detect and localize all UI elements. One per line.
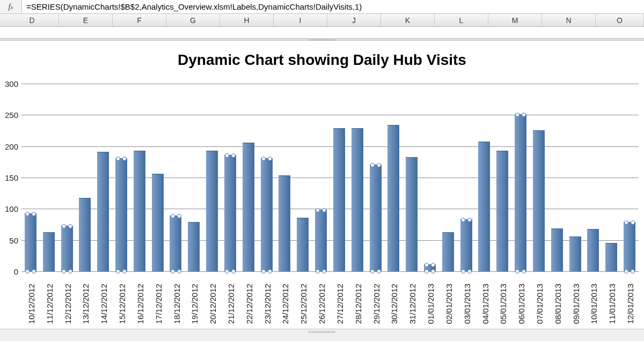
data-bar[interactable] bbox=[224, 155, 236, 271]
data-bar[interactable] bbox=[206, 151, 218, 271]
data-bar[interactable] bbox=[97, 152, 109, 271]
data-bar[interactable] bbox=[297, 218, 309, 271]
selection-handle-icon[interactable] bbox=[68, 269, 72, 274]
selection-handle-icon[interactable] bbox=[467, 269, 472, 274]
data-bar[interactable] bbox=[315, 210, 327, 271]
x-tick-label: 05/01/2013 bbox=[499, 284, 508, 324]
selection-handle-icon[interactable] bbox=[322, 269, 326, 274]
data-bar[interactable] bbox=[551, 228, 563, 271]
selection-handle-icon[interactable] bbox=[261, 157, 266, 161]
data-bar[interactable] bbox=[170, 216, 181, 271]
selection-handle-icon[interactable] bbox=[177, 269, 181, 274]
selection-handle-icon[interactable] bbox=[631, 269, 635, 274]
selection-handle-icon[interactable] bbox=[116, 269, 120, 274]
data-bar[interactable] bbox=[387, 125, 399, 271]
selection-handle-icon[interactable] bbox=[62, 224, 66, 228]
selection-handle-icon[interactable] bbox=[467, 218, 472, 222]
bar-slot bbox=[276, 175, 294, 272]
data-bar[interactable] bbox=[79, 198, 91, 272]
selection-handle-icon[interactable] bbox=[62, 269, 66, 274]
selection-handle-icon[interactable] bbox=[461, 218, 465, 222]
data-bar[interactable] bbox=[61, 226, 73, 271]
x-tick-label: 23/12/2012 bbox=[263, 284, 272, 324]
column-header[interactable]: M bbox=[488, 14, 542, 26]
selection-handle-icon[interactable] bbox=[116, 157, 120, 161]
bar-slot bbox=[58, 226, 76, 271]
fx-label: fx bbox=[8, 2, 13, 11]
selection-handle-icon[interactable] bbox=[431, 269, 435, 274]
column-header[interactable]: I bbox=[274, 14, 327, 26]
column-header[interactable]: L bbox=[435, 14, 488, 26]
bar-slot bbox=[330, 128, 348, 271]
selection-handle-icon[interactable] bbox=[522, 269, 526, 274]
selection-handle-icon[interactable] bbox=[261, 269, 266, 274]
data-bar[interactable] bbox=[515, 114, 526, 271]
data-bar[interactable] bbox=[243, 143, 254, 271]
data-bar[interactable] bbox=[279, 175, 290, 272]
selection-handle-icon[interactable] bbox=[377, 269, 381, 274]
selection-handle-icon[interactable] bbox=[624, 269, 628, 274]
data-bar[interactable] bbox=[25, 213, 36, 271]
chart-area[interactable]: Dynamic Chart showing Daily Hub Visits 0… bbox=[0, 41, 644, 341]
data-bar[interactable] bbox=[43, 232, 55, 271]
column-header[interactable]: H bbox=[220, 14, 274, 26]
selection-handle-icon[interactable] bbox=[225, 269, 229, 274]
chart-title[interactable]: Dynamic Chart showing Daily Hub Visits bbox=[0, 51, 644, 69]
selection-handle-icon[interactable] bbox=[370, 269, 375, 274]
selection-handle-icon[interactable] bbox=[316, 208, 320, 212]
data-bar[interactable] bbox=[587, 229, 599, 271]
data-bar[interactable] bbox=[261, 158, 273, 271]
data-bar[interactable] bbox=[624, 222, 635, 271]
selection-handle-icon[interactable] bbox=[68, 224, 72, 228]
data-bar[interactable] bbox=[460, 219, 472, 271]
data-bar[interactable] bbox=[569, 237, 581, 271]
selection-handle-icon[interactable] bbox=[32, 212, 36, 216]
data-bar[interactable] bbox=[533, 130, 545, 272]
selection-handle-icon[interactable] bbox=[122, 157, 127, 161]
selection-handle-icon[interactable] bbox=[370, 163, 375, 167]
data-bar[interactable] bbox=[496, 151, 508, 271]
selection-handle-icon[interactable] bbox=[322, 208, 326, 212]
selection-handle-icon[interactable] bbox=[425, 269, 429, 274]
selection-handle-icon[interactable] bbox=[171, 269, 175, 274]
column-header[interactable]: O bbox=[596, 14, 644, 26]
data-bar[interactable] bbox=[478, 142, 490, 272]
data-bar[interactable] bbox=[115, 158, 127, 271]
bottom-separator[interactable] bbox=[0, 329, 644, 341]
column-header[interactable]: J bbox=[327, 14, 381, 26]
column-header[interactable]: N bbox=[542, 14, 596, 26]
formula-input[interactable] bbox=[22, 0, 644, 13]
selection-handle-icon[interactable] bbox=[515, 269, 519, 274]
selection-handle-icon[interactable] bbox=[461, 269, 465, 274]
x-tick-label: 22/12/2012 bbox=[245, 284, 254, 324]
selection-handle-icon[interactable] bbox=[377, 163, 381, 167]
selection-handle-icon[interactable] bbox=[268, 269, 272, 274]
data-bar[interactable] bbox=[352, 128, 363, 271]
selection-handle-icon[interactable] bbox=[231, 269, 236, 274]
column-header[interactable]: F bbox=[113, 14, 166, 26]
data-bar[interactable] bbox=[406, 157, 418, 271]
selection-handle-icon[interactable] bbox=[268, 157, 272, 161]
data-bar[interactable] bbox=[134, 151, 145, 271]
column-header[interactable]: D bbox=[5, 14, 59, 26]
column-header[interactable]: G bbox=[166, 14, 220, 26]
column-header[interactable]: E bbox=[59, 14, 113, 26]
selection-handle-icon[interactable] bbox=[122, 269, 127, 274]
data-bar[interactable] bbox=[152, 174, 164, 271]
plot-area[interactable]: 050100150200250300 bbox=[21, 84, 639, 271]
bar-slot bbox=[112, 158, 130, 271]
column-header[interactable]: K bbox=[381, 14, 435, 26]
selection-handle-icon[interactable] bbox=[25, 269, 30, 274]
data-bar[interactable] bbox=[605, 243, 617, 272]
fx-icon[interactable]: fx bbox=[0, 0, 22, 13]
data-bar[interactable] bbox=[370, 165, 382, 271]
data-bar[interactable] bbox=[188, 222, 200, 271]
data-bar[interactable] bbox=[442, 232, 454, 271]
selection-handle-icon[interactable] bbox=[25, 212, 30, 216]
selection-handle-icon[interactable] bbox=[171, 214, 175, 218]
data-bar[interactable] bbox=[333, 128, 345, 271]
selection-handle-icon[interactable] bbox=[177, 214, 181, 218]
x-tick-label: 25/12/2012 bbox=[299, 284, 308, 324]
selection-handle-icon[interactable] bbox=[32, 269, 36, 274]
selection-handle-icon[interactable] bbox=[316, 269, 320, 274]
